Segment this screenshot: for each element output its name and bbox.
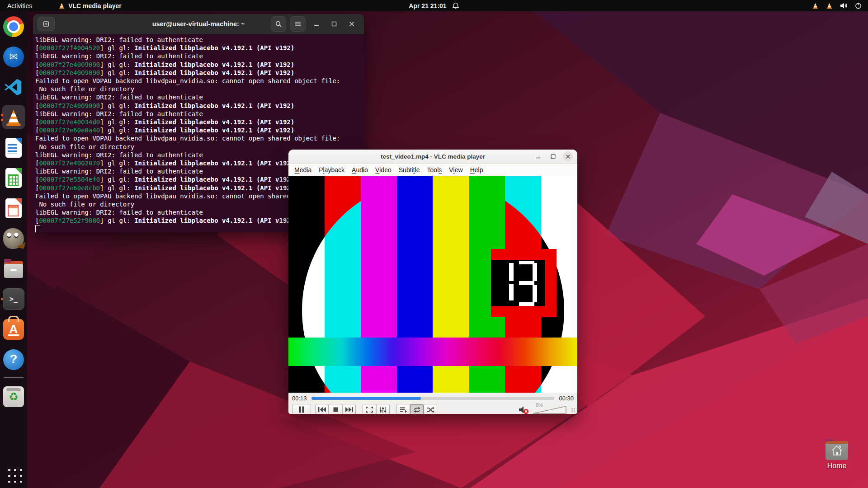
focused-app-indicator[interactable]: VLC media player	[58, 2, 122, 9]
vlc-tray-cone-icon[interactable]	[826, 2, 833, 9]
menu-item-tools[interactable]: Tools	[424, 164, 446, 176]
dock-item-libreoffice-impress[interactable]	[0, 193, 27, 223]
vlc-menubar: MediaPlaybackAudioVideoSubtitleToolsView…	[288, 164, 577, 176]
seek-bar[interactable]	[311, 397, 555, 400]
terminal-line: libEGL warning: DRI2: failed to authenti…	[35, 93, 364, 101]
libreoffice-calc-icon	[5, 168, 22, 188]
terminal-line: [00007f27e4009090] gl gl: Initialized li…	[35, 69, 364, 77]
dock-item-terminal[interactable]: >_	[0, 284, 27, 314]
dock-item-thunderbird[interactable]: ✉	[0, 42, 27, 72]
menu-item-help[interactable]: Help	[467, 164, 487, 176]
chrome-icon	[3, 16, 24, 37]
notification-bell-icon[interactable]	[452, 2, 459, 9]
terminal-line: [00007f27f4004520] gl gl: Initialized li…	[35, 44, 364, 52]
loop-icon	[413, 407, 421, 413]
terminal-line: libEGL warning: DRI2: failed to authenti…	[35, 110, 364, 118]
dock: ✉ >_ A ? ♻	[0, 11, 27, 488]
loop-button[interactable]	[410, 404, 424, 414]
playlist-button[interactable]	[396, 404, 410, 414]
dock-item-help[interactable]: ?	[0, 344, 27, 375]
terminal-line: libEGL warning: DRI2: failed to authenti…	[35, 52, 364, 60]
terminal-icon: >_	[3, 288, 24, 310]
terminal-maximize-button[interactable]	[327, 17, 341, 31]
dock-item-vscode[interactable]	[0, 72, 27, 102]
menu-item-subtitle[interactable]: Subtitle	[395, 164, 424, 176]
home-folder-icon	[826, 441, 848, 460]
stop-button[interactable]	[329, 404, 342, 414]
vlc-minimize-button[interactable]	[533, 151, 543, 161]
menu-item-audio[interactable]: Audio	[348, 164, 372, 176]
dock-item-libreoffice-writer[interactable]	[0, 132, 27, 163]
previous-button[interactable]	[315, 404, 329, 414]
system-tray	[812, 2, 868, 9]
menu-item-video[interactable]: Video	[372, 164, 395, 176]
terminal-line: [00007f27e4009090] gl gl: Initialized li…	[35, 102, 364, 110]
dock-item-trash[interactable]: ♻	[0, 381, 27, 412]
libreoffice-impress-icon	[5, 198, 22, 218]
playlist-icon	[400, 407, 407, 413]
maximize-icon	[331, 21, 337, 27]
gradient-strip	[288, 338, 577, 366]
terminal-search-button[interactable]	[271, 16, 286, 32]
dock-item-chrome[interactable]	[0, 11, 27, 42]
pause-button[interactable]	[292, 404, 311, 414]
menu-item-media[interactable]: Media	[291, 164, 315, 176]
frame-counter	[491, 260, 545, 306]
next-icon	[345, 407, 354, 413]
next-button[interactable]	[342, 404, 356, 414]
vlc-cone-icon	[58, 2, 65, 9]
minimize-icon	[314, 21, 319, 27]
terminal-line: Failed to open VDPAU backend libvdpau_nv…	[35, 134, 364, 142]
vlc-controls: 00:13 00:30	[288, 393, 577, 414]
extended-settings-button[interactable]	[376, 404, 390, 414]
thunderbird-icon: ✉	[3, 47, 24, 67]
fullscreen-icon	[366, 407, 373, 413]
video-display[interactable]	[288, 176, 577, 393]
trash-icon: ♻	[3, 386, 24, 407]
vlc-tray-cone-icon[interactable]	[812, 2, 819, 9]
minimize-icon	[536, 154, 541, 159]
pause-icon	[299, 406, 304, 413]
terminal-cursor	[35, 225, 40, 232]
fullscreen-button[interactable]	[363, 404, 376, 414]
terminal-line: No such file or directory	[35, 85, 364, 93]
close-icon	[566, 154, 571, 159]
elapsed-time: 00:13	[292, 395, 307, 402]
vlc-maximize-button[interactable]	[548, 151, 558, 161]
libreoffice-writer-icon	[5, 138, 22, 158]
new-tab-button[interactable]	[38, 17, 55, 31]
menu-item-view[interactable]: View	[445, 164, 466, 176]
vlc-icon	[4, 108, 23, 127]
new-tab-icon	[42, 21, 50, 27]
seek-progress	[311, 397, 421, 400]
mute-speaker-icon[interactable]	[519, 405, 529, 414]
menu-item-playback[interactable]: Playback	[315, 164, 348, 176]
ubuntu-software-icon: A	[3, 319, 24, 340]
power-icon[interactable]	[855, 2, 862, 9]
clock[interactable]: Apr 21 21:01	[409, 2, 446, 9]
gimp-icon	[3, 228, 24, 249]
resize-grip[interactable]	[571, 408, 576, 413]
vlc-close-button[interactable]	[563, 151, 573, 161]
desktop-home-folder[interactable]: Home	[814, 441, 859, 470]
random-button[interactable]	[424, 404, 437, 414]
volume-percent: 0%	[536, 402, 543, 408]
volume-icon[interactable]	[840, 2, 848, 9]
dock-item-files[interactable]	[0, 253, 27, 284]
dock-item-vlc[interactable]	[0, 102, 27, 132]
files-icon	[3, 261, 24, 279]
activities-button[interactable]: Activities	[0, 0, 39, 11]
dock-item-gimp[interactable]	[0, 223, 27, 253]
terminal-close-button[interactable]	[345, 17, 359, 31]
dock-item-ubuntu-software[interactable]: A	[0, 314, 27, 344]
close-icon	[349, 21, 354, 27]
terminal-menu-button[interactable]	[290, 16, 306, 32]
app-grid-icon	[5, 466, 22, 483]
terminal-titlebar[interactable]: user@user-virtual-machine: ~	[33, 14, 364, 34]
dock-item-app-grid[interactable]	[0, 461, 27, 488]
terminal-minimize-button[interactable]	[310, 17, 323, 31]
terminal-line: [00007f27e40034d0] gl gl: Initialized li…	[35, 118, 364, 126]
dock-item-libreoffice-calc[interactable]	[0, 163, 27, 193]
vlc-titlebar[interactable]: test_video1.mp4 - VLC media player	[288, 150, 577, 164]
shuffle-icon	[427, 407, 434, 413]
